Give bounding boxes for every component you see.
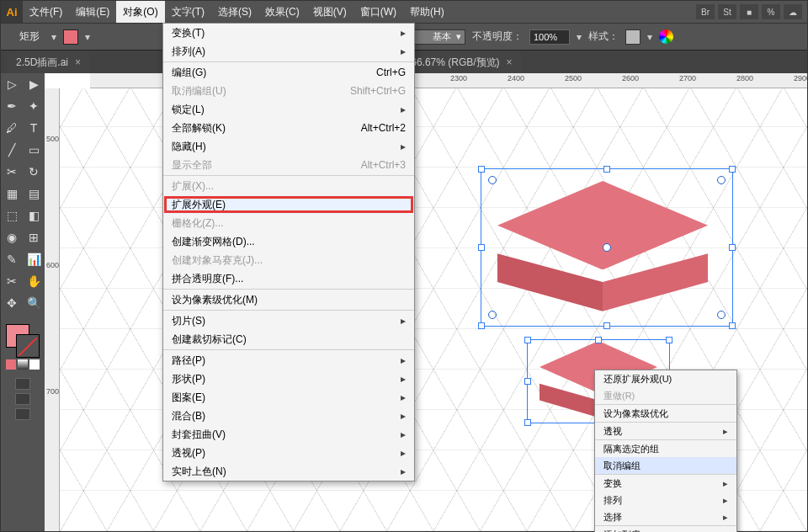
- menu-row: 扩展(X)...: [163, 177, 414, 195]
- menubar: Ai 文件(F)编辑(E)对象(O)文字(T)选择(S)效果(C)视图(V)窗口…: [1, 1, 807, 23]
- menu-row[interactable]: 扩展外观(E): [163, 195, 414, 214]
- context-menu-row[interactable]: 隔离选定的组: [595, 440, 736, 457]
- context-menu-row[interactable]: 取消编组: [595, 457, 736, 474]
- tool[interactable]: 🖊: [1, 117, 23, 139]
- menu-item[interactable]: 文件(F): [23, 1, 69, 23]
- tool[interactable]: ✥: [1, 292, 23, 314]
- fill-swatch[interactable]: [63, 29, 78, 45]
- menu-item[interactable]: 视图(V): [306, 1, 354, 23]
- opacity-label: 不透明度：: [472, 29, 523, 44]
- opacity-input[interactable]: [529, 29, 570, 45]
- close-icon[interactable]: ×: [507, 56, 513, 68]
- submenu-arrow-icon: [401, 373, 406, 385]
- context-menu-row[interactable]: 设为像素级优化: [595, 405, 736, 422]
- tool[interactable]: ⬚: [1, 205, 23, 226]
- context-menu-row[interactable]: 排列: [595, 492, 736, 508]
- menu-item[interactable]: 效果(C): [258, 1, 306, 23]
- tool[interactable]: ◧: [23, 205, 45, 226]
- chevron-down-icon[interactable]: ▾: [51, 31, 56, 43]
- menu-item[interactable]: 窗口(W): [354, 1, 403, 23]
- chevron-down-icon[interactable]: ▾: [647, 31, 652, 43]
- menubar-icon[interactable]: ☁: [784, 4, 802, 19]
- context-menu-row[interactable]: 还原扩展外观(U): [595, 370, 736, 387]
- context-menu-row[interactable]: 添加到库: [595, 526, 736, 532]
- tool[interactable]: ▭: [23, 139, 45, 161]
- ruler-label: 2300: [450, 74, 467, 82]
- submenu-arrow-icon: [723, 478, 728, 489]
- menu-row[interactable]: 混合(B): [163, 407, 414, 425]
- tool[interactable]: ✎: [1, 248, 23, 270]
- menu-row[interactable]: 设为像素级优化(M): [163, 290, 414, 309]
- close-icon[interactable]: ×: [75, 56, 81, 68]
- menu-row[interactable]: 创建渐变网格(D)...: [163, 232, 414, 251]
- tool[interactable]: ✂: [1, 161, 23, 183]
- ruler-label: 2600: [622, 74, 639, 82]
- menu-row[interactable]: 图案(E): [163, 388, 414, 407]
- recolor-icon[interactable]: [659, 29, 673, 44]
- submenu-arrow-icon: [401, 391, 406, 403]
- tool[interactable]: ▤: [23, 183, 45, 205]
- tool[interactable]: ✒: [1, 95, 23, 117]
- context-menu-row[interactable]: 透视: [595, 423, 736, 439]
- submenu-arrow-icon: [401, 447, 406, 459]
- menu-row[interactable]: 创建裁切标记(C): [163, 330, 414, 348]
- menu-row[interactable]: 锁定(L): [163, 100, 414, 119]
- submenu-arrow-icon: [401, 45, 406, 57]
- chevron-down-icon[interactable]: ▾: [577, 31, 582, 43]
- menu-row[interactable]: 隐藏(H): [163, 137, 414, 156]
- menu-row[interactable]: 实时上色(N): [163, 462, 414, 481]
- context-menu-row[interactable]: 变换: [595, 475, 736, 492]
- submenu-arrow-icon: [723, 495, 728, 506]
- submenu-arrow-icon: [401, 27, 406, 39]
- context-menu[interactable]: 还原扩展外观(U)重做(R)设为像素级优化透视隔离选定的组取消编组变换排列选择添…: [594, 370, 737, 532]
- selection-box-large[interactable]: [481, 168, 733, 327]
- tool[interactable]: T: [23, 117, 45, 139]
- fill-stroke-control[interactable]: [6, 324, 40, 358]
- toolbox: ▷▶✒✦🖊T╱▭✂↻▦▤⬚◧◉⊞✎📊✂✋✥🔍: [1, 73, 45, 531]
- context-menu-row[interactable]: 选择: [595, 508, 736, 525]
- tool[interactable]: ↻: [23, 161, 45, 183]
- tab-document[interactable]: 2.5D插画.ai×: [8, 52, 89, 73]
- tool[interactable]: ⊞: [23, 226, 45, 248]
- menu-row[interactable]: 排列(A): [163, 42, 414, 61]
- menu-row[interactable]: 编组(G)Ctrl+G: [163, 63, 414, 82]
- menubar-icon[interactable]: St: [718, 4, 736, 19]
- tool[interactable]: ✦: [23, 95, 45, 117]
- menu-row[interactable]: 形状(P): [163, 370, 414, 388]
- tool[interactable]: ✂: [1, 270, 23, 292]
- tool[interactable]: ▷: [1, 73, 23, 95]
- menu-item[interactable]: 对象(O): [116, 1, 164, 23]
- submenu-arrow-icon: [401, 354, 406, 366]
- submenu-arrow-icon: [723, 512, 728, 523]
- menu-row[interactable]: 封套扭曲(V): [163, 425, 414, 444]
- color-mode-row[interactable]: [4, 359, 41, 370]
- menu-row[interactable]: 路径(P): [163, 351, 414, 370]
- menu-item[interactable]: 编辑(E): [69, 1, 116, 23]
- tool[interactable]: 🔍: [23, 292, 45, 314]
- tool[interactable]: ╱: [1, 139, 23, 161]
- tool[interactable]: 📊: [23, 248, 45, 270]
- menu-item[interactable]: 文字(T): [165, 1, 211, 23]
- tool[interactable]: ◉: [1, 226, 23, 248]
- menubar-icon[interactable]: %: [762, 4, 780, 19]
- menu-item[interactable]: 帮助(H): [403, 1, 451, 23]
- ruler-label: 500: [46, 135, 59, 143]
- screen-mode[interactable]: [1, 378, 45, 420]
- tool[interactable]: ✋: [23, 270, 45, 292]
- menubar-icon[interactable]: ■: [740, 4, 758, 19]
- menu-row[interactable]: 透视(P): [163, 444, 414, 462]
- graphic-style-swatch[interactable]: [625, 29, 641, 45]
- tool[interactable]: ▦: [1, 183, 23, 205]
- submenu-arrow-icon: [401, 466, 406, 477]
- menu-row: 创建对象马赛克(J)...: [163, 251, 414, 269]
- menu-item[interactable]: 选择(S): [211, 1, 258, 23]
- menu-row[interactable]: 拼合透明度(F)...: [163, 269, 414, 288]
- chevron-down-icon[interactable]: ▾: [85, 31, 90, 43]
- menu-row: 显示全部Alt+Ctrl+3: [163, 156, 414, 174]
- menu-row[interactable]: 全部解锁(K)Alt+Ctrl+2: [163, 119, 414, 137]
- menu-row[interactable]: 切片(S): [163, 311, 414, 330]
- menubar-icon[interactable]: Br: [696, 4, 715, 19]
- menu-object-dropdown[interactable]: 变换(T)排列(A)编组(G)Ctrl+G取消编组(U)Shift+Ctrl+G…: [162, 23, 415, 481]
- tool[interactable]: ▶: [23, 73, 45, 95]
- menu-row[interactable]: 变换(T): [163, 24, 414, 42]
